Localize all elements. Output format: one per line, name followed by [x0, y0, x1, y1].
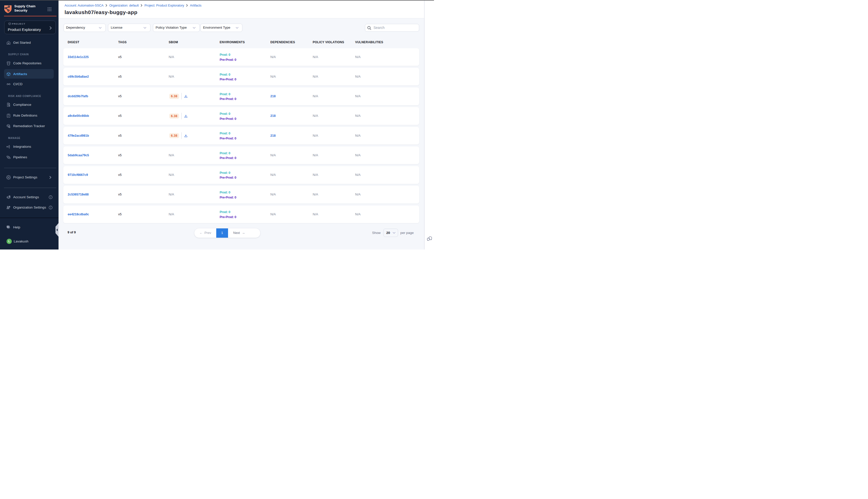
svg-text:?: ?: [8, 226, 9, 227]
